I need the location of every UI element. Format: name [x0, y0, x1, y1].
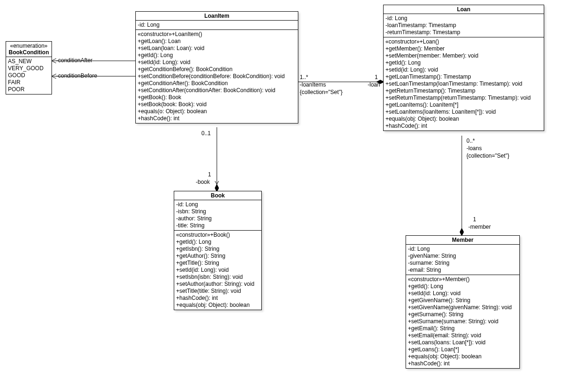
class-operation: +getEmail(): String [408, 325, 518, 332]
class-operation: +getGivenName(): String [408, 297, 518, 304]
assoc-loan-mult: 1 [375, 74, 378, 80]
class-operation: +equals(obj: Object): boolean [408, 353, 518, 360]
class-operation: +setAuthor(author: String): void [176, 281, 259, 288]
assoc-li-book-mult: 1 [208, 171, 211, 178]
class-operation: +getReturnTimestamp(): Timestamp [385, 87, 542, 94]
class-operation: +getLoanTimestamp(): Timestamp [385, 73, 542, 80]
class-member: Member -id: Long-givenName: String-surna… [406, 235, 520, 369]
class-operation: +setIsbn(isbn: String): void [176, 274, 259, 281]
svg-marker-7 [460, 228, 464, 236]
class-operation: +getLoans(): Loan[*] [408, 346, 518, 353]
class-operation: +hashCode(): int [176, 295, 259, 302]
class-name: Book [174, 191, 261, 200]
class-operation: +setLoanItems(loanItems: LoanItem[*]): v… [385, 109, 542, 116]
class-operation: +setLoan(loan: Loan): void [138, 45, 296, 52]
class-operation: +getLoanItems(): LoanItem[*] [385, 102, 542, 109]
class-operation: +getId(): Long [408, 283, 518, 290]
class-operation: +getId(): Long [176, 239, 259, 246]
class-operation: +getIsbn(): String [176, 246, 259, 253]
class-name: Loan [384, 5, 544, 14]
class-operation: +setLoanTimestamp(loanTimestamp: Timesta… [385, 80, 542, 87]
class-attribute: -id: Long [385, 15, 542, 22]
class-operation: +getBook(): Book [138, 94, 296, 101]
class-book: Book -id: Long-isbn: String-author: Stri… [174, 191, 262, 310]
class-operation: +hashCode(): int [385, 123, 542, 130]
assoc-loanitems-role: -loanItems [300, 81, 326, 88]
enum-literal: POOR [8, 86, 50, 93]
class-loan: Loan -id: Long-loanTimestamp: Timestamp-… [383, 5, 544, 131]
class-operation: +setConditionAfter(conditionAfter: BookC… [138, 87, 296, 94]
class-operation: +getSurname(): String [408, 311, 518, 318]
assoc-li-book-role: -book [196, 179, 210, 185]
class-operation: +getConditionAfter(): BookCondition [138, 80, 296, 87]
class-operation: +setId(id: Long): void [138, 59, 296, 66]
class-operation: +setSurname(surname: String): void [408, 318, 518, 325]
class-operation: +getTitle(): String [176, 260, 259, 267]
class-operation: +hashCode(): int [138, 115, 296, 122]
class-operation: +equals(o: Object): boolean [138, 108, 296, 115]
enum-stereotype: «enumeration» [8, 43, 50, 49]
class-operation: +setLoans(loans: Loan[*]): void [408, 339, 518, 346]
class-operation: +equals(obj: Object): boolean [385, 116, 542, 123]
class-operation: +getAuthor(): String [176, 253, 259, 260]
assoc-loans-coll: {collection="Set"} [466, 152, 510, 159]
enum-bookcondition: «enumeration» BookCondition AS_NEWVERY_G… [6, 41, 52, 94]
class-attribute: -id: Long [138, 22, 296, 29]
class-name: LoanItem [136, 12, 298, 21]
class-operation: +setId(id: Long): void [176, 267, 259, 274]
assoc-member-mult: 1 [473, 216, 476, 223]
class-operation: +getLoan(): Loan [138, 38, 296, 45]
class-attribute: -id: Long [176, 201, 259, 208]
class-attribute: -isbn: String [176, 208, 259, 215]
class-attribute: -givenName: String [408, 253, 518, 260]
enum-literal: AS_NEW [8, 58, 50, 65]
class-operation: +setBook(book: Book): void [138, 101, 296, 108]
class-attribute: -author: String [176, 215, 259, 222]
assoc-loanitems-mult: 1..* [300, 74, 308, 80]
assoc-loanitems-coll: {collection="Set"} [300, 89, 343, 95]
class-operation: +setGivenName(givenName: String): void [408, 304, 518, 311]
class-loanitem: LoanItem -id: Long «constructor»+LoanIte… [135, 11, 298, 123]
class-attribute: -id: Long [408, 246, 518, 253]
class-operation: «constructor»+Member() [408, 276, 518, 283]
class-attribute: -title: String [176, 222, 259, 229]
assoc-condition-after: -conditionAfter [56, 57, 92, 64]
class-attribute: -email: String [408, 267, 518, 274]
class-operation: «constructor»+Loan() [385, 38, 542, 45]
class-operation: +setMember(member: Member): void [385, 52, 542, 59]
class-operation: +getConditionBefore(): BookCondition [138, 66, 296, 73]
assoc-member-role: -member [468, 224, 491, 230]
enum-literal: GOOD [8, 72, 50, 79]
class-operation: +hashCode(): int [408, 360, 518, 367]
class-operation: «constructor»+LoanItem() [138, 31, 296, 38]
class-operation: +equals(obj: Object): boolean [176, 302, 259, 309]
class-attribute: -surname: String [408, 260, 518, 267]
enum-name: BookCondition [8, 49, 50, 56]
class-operation: +setTitle(title: String): void [176, 288, 259, 295]
enum-literal: VERY_GOOD [8, 65, 50, 72]
class-operation: +setEmail(email: String): void [408, 332, 518, 339]
class-operation: +setId(id: Long): void [385, 66, 542, 73]
class-operation: +getMember(): Member [385, 45, 542, 52]
assoc-loans-mult: 0..* [466, 138, 475, 144]
class-operation: +setConditionBefore(conditionBefore: Boo… [138, 73, 296, 80]
class-attribute: -loanTimestamp: Timestamp [385, 22, 542, 29]
class-operation: «constructor»+Book() [176, 232, 259, 239]
class-attribute: -returnTimestamp: Timestamp [385, 29, 542, 36]
enum-literal: FAIR [8, 79, 50, 86]
class-operation: +setReturnTimestamp(returnTimestamp: Tim… [385, 94, 542, 102]
class-operation: +setId(id: Long): void [408, 290, 518, 297]
class-operation: +getId(): Long [385, 59, 542, 66]
class-name: Member [406, 236, 519, 245]
assoc-loans-role: -loans [466, 145, 482, 152]
class-operation: +getId(): Long [138, 52, 296, 59]
assoc-li-book-top: 0..1 [201, 130, 211, 137]
assoc-condition-before: -conditionBefore [56, 73, 97, 79]
assoc-loan-role: -loan [368, 81, 380, 88]
